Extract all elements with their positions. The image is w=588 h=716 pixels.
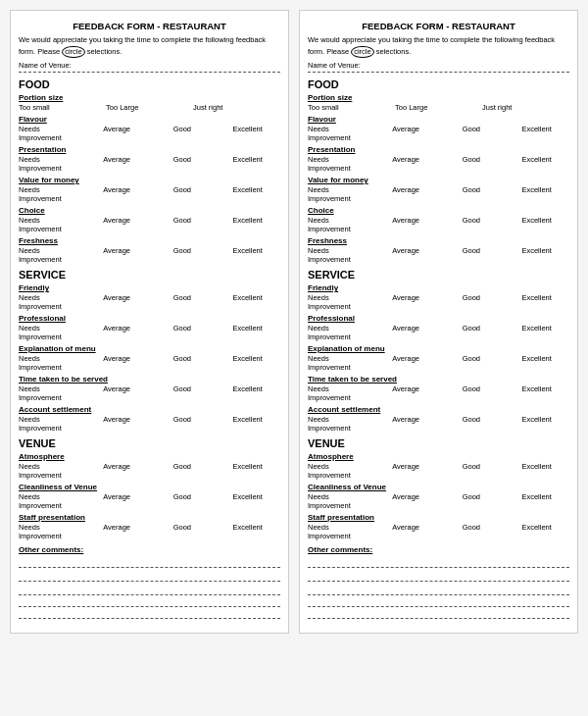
option-label: Excellent <box>215 523 280 540</box>
subsection-label: Time taken to be served <box>19 375 280 384</box>
options-row: Needs ImprovementAverageGoodExcellent <box>19 216 280 233</box>
options-row: Needs ImprovementAverageGoodExcellent <box>19 293 280 311</box>
option-label: Good <box>439 155 505 173</box>
option-label: Good <box>150 415 216 433</box>
options-row: Needs ImprovementAverageGoodExcellent <box>308 246 569 264</box>
subsection-label: Presentation <box>19 145 280 154</box>
section-header-service: SERVICE <box>19 269 280 281</box>
subsection-label: Account settlement <box>19 405 280 414</box>
subsection-label: Atmosphere <box>19 452 280 461</box>
option-label: Average <box>373 415 439 433</box>
option-label: Needs Improvement <box>308 523 373 540</box>
option-label: Average <box>84 125 150 142</box>
option-label: Average <box>373 523 439 540</box>
options-row: Needs ImprovementAverageGoodExcellent <box>19 324 280 341</box>
name-of-venue: Name of Venue: <box>19 61 280 73</box>
option-label: Excellent <box>215 354 280 372</box>
option-label: Needs Improvement <box>19 155 84 173</box>
dashed-line <box>19 588 280 595</box>
option-label: Good <box>150 185 216 203</box>
subsection-label: Choice <box>19 206 280 215</box>
subsection-label: Portion size <box>308 93 569 102</box>
intro-text: We would appreciate you taking the time … <box>308 35 569 58</box>
option-label: Needs Improvement <box>19 185 84 203</box>
option-label: Good <box>150 125 216 142</box>
options-row: Needs ImprovementAverageGoodExcellent <box>19 354 280 372</box>
option-label: Average <box>84 185 150 203</box>
circle-word: circle <box>62 46 85 59</box>
dashed-line <box>308 588 569 595</box>
subsection-label: Staff presentation <box>19 513 280 522</box>
option-label: Average <box>84 523 150 540</box>
option-label: Good <box>439 523 505 540</box>
option-label: Excellent <box>215 125 280 142</box>
option-label: Excellent <box>504 384 569 402</box>
subsection-label: Value for money <box>308 176 569 184</box>
option-label: Needs Improvement <box>308 155 373 173</box>
options-row: Needs ImprovementAverageGoodExcellent <box>19 384 280 402</box>
comment-line <box>308 572 569 582</box>
option-label: Excellent <box>504 415 569 433</box>
option-label: Average <box>84 155 150 173</box>
subsection-label: Time taken to be served <box>308 375 569 384</box>
options-row: Needs ImprovementAverageGoodExcellent <box>308 216 569 233</box>
options-row: Needs ImprovementAverageGoodExcellent <box>19 185 280 203</box>
option-label: Excellent <box>504 523 569 540</box>
other-comments-label: Other comments: <box>308 545 569 554</box>
option-label: Average <box>373 324 439 341</box>
option-label: Just right <box>482 103 569 112</box>
section-header-venue: VENUE <box>308 437 569 449</box>
subsection-label: Professional <box>19 314 280 323</box>
option-label: Excellent <box>215 462 280 480</box>
form-left: FEEDBACK FORM - RESTAURANTWe would appre… <box>10 10 289 634</box>
options-row: Needs ImprovementAverageGoodExcellent <box>308 462 569 480</box>
option-label: Good <box>150 354 216 372</box>
option-label: Average <box>373 462 439 480</box>
subsection-label: Account settlement <box>308 405 569 414</box>
option-label: Average <box>84 492 150 510</box>
option-label: Needs Improvement <box>19 125 84 142</box>
section-header-venue: VENUE <box>19 437 280 449</box>
form-title: FEEDBACK FORM - RESTAURANT <box>19 21 280 31</box>
name-of-venue: Name of Venue: <box>308 61 569 73</box>
dashed-line <box>19 599 280 607</box>
option-label: Excellent <box>215 246 280 264</box>
option-label: Too small <box>308 103 395 112</box>
option-label: Good <box>150 324 216 341</box>
option-label: Needs Improvement <box>19 492 84 510</box>
option-label: Needs Improvement <box>308 415 373 433</box>
option-label: Needs Improvement <box>19 246 84 264</box>
option-label: Average <box>84 216 150 233</box>
dashed-line <box>19 611 280 619</box>
dashed-line <box>308 599 569 607</box>
option-label: Good <box>439 492 505 510</box>
comment-line <box>19 558 280 568</box>
option-label: Excellent <box>215 324 280 341</box>
option-label: Needs Improvement <box>19 523 84 540</box>
subsection-label: Friendly <box>308 283 569 292</box>
option-label: Excellent <box>504 293 569 311</box>
form-title: FEEDBACK FORM - RESTAURANT <box>308 21 569 31</box>
option-label: Excellent <box>504 155 569 173</box>
option-label: Needs Improvement <box>19 462 84 480</box>
option-label: Excellent <box>215 415 280 433</box>
comment-line <box>308 558 569 568</box>
options-row: Needs ImprovementAverageGoodExcellent <box>308 155 569 173</box>
option-label: Needs Improvement <box>19 216 84 233</box>
option-label: Excellent <box>215 216 280 233</box>
option-label: Average <box>84 246 150 264</box>
option-label: Good <box>439 246 505 264</box>
option-label: Average <box>373 354 439 372</box>
option-label: Needs Improvement <box>19 354 84 372</box>
option-label: Good <box>150 492 216 510</box>
option-label: Average <box>84 293 150 311</box>
option-label: Good <box>439 125 505 142</box>
option-label: Average <box>373 492 439 510</box>
option-label: Too small <box>19 103 106 112</box>
option-label: Good <box>439 462 505 480</box>
options-row: Too smallToo LargeJust right <box>308 103 569 112</box>
subsection-label: Professional <box>308 314 569 323</box>
option-label: Excellent <box>504 125 569 142</box>
page-container: FEEDBACK FORM - RESTAURANTWe would appre… <box>0 0 588 716</box>
option-label: Needs Improvement <box>19 293 84 311</box>
